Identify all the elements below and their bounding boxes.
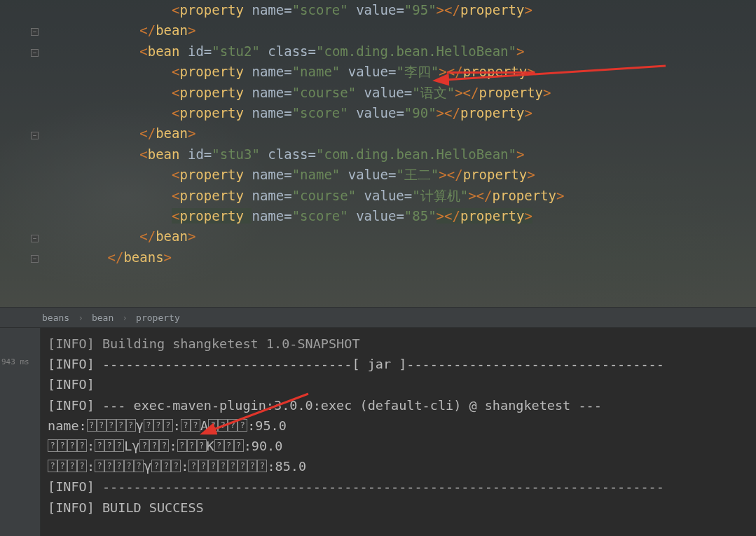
replacement-char (191, 419, 200, 432)
code-editor[interactable]: <property name="score" value="95"></prop… (0, 0, 756, 308)
console-line: :Lγ:K:90.0 (48, 436, 750, 456)
replacement-char (153, 419, 163, 432)
replacement-char (95, 439, 104, 452)
replacement-char (238, 419, 247, 432)
replacement-char (134, 460, 144, 472)
replacement-char (114, 460, 124, 472)
code-line[interactable]: <property name="score" value="90"></prop… (43, 103, 756, 123)
replacement-char (57, 439, 67, 452)
console-line: [INFO] --- exec-maven-plugin:3.0.0:exec … (48, 395, 750, 415)
replacement-char (77, 439, 87, 452)
replacement-char (208, 419, 218, 432)
console-line: [INFO] --------------------------------[… (48, 354, 750, 374)
replacement-char (151, 460, 161, 472)
build-time-label: 943 ms (1, 357, 29, 366)
console-line: name:γ:A:95.0 (48, 415, 750, 436)
replacement-char (171, 460, 181, 472)
code-line[interactable]: <bean id="stu3" class="com.ding.bean.Hel… (43, 144, 756, 165)
code-line[interactable]: <bean id="stu2" class="com.ding.bean.Hel… (43, 41, 756, 62)
fold-handle[interactable] (31, 49, 39, 57)
code-line[interactable]: </beans> (43, 247, 756, 268)
replacement-char (187, 439, 197, 452)
replacement-char (228, 419, 238, 432)
console-line: [INFO] (48, 374, 750, 394)
replacement-char (126, 419, 136, 432)
console-line: [INFO] BUILD SUCCESS (48, 497, 750, 518)
chevron-right-icon: › (122, 312, 128, 323)
breadcrumb-item[interactable]: property (136, 312, 180, 323)
fold-handle[interactable] (31, 28, 39, 36)
replacement-char (247, 460, 257, 472)
replacement-char (114, 439, 124, 452)
console-line: :γ::85.0 (48, 456, 750, 476)
fold-handle[interactable] (31, 132, 39, 139)
replacement-char (144, 419, 153, 432)
replacement-char (95, 460, 104, 472)
run-sidebar: 943 ms (0, 328, 41, 536)
code-line[interactable]: <property name="name" value="王二"></prope… (43, 165, 756, 185)
editor-gutter (0, 0, 41, 329)
replacement-char (67, 460, 77, 472)
replacement-char (104, 439, 114, 452)
replacement-char (181, 419, 191, 432)
replacement-char (77, 460, 87, 472)
replacement-char (163, 419, 173, 432)
replacement-char (228, 460, 238, 472)
code-line[interactable]: <property name="score" value="95"></prop… (43, 0, 756, 20)
replacement-char (177, 439, 187, 452)
code-line[interactable]: <property name="course" value="语文"></pro… (43, 83, 756, 103)
replacement-char (197, 439, 207, 452)
breadcrumb: beans›bean›property (0, 307, 756, 328)
replacement-char (198, 460, 208, 472)
replacement-char (139, 439, 149, 452)
replacement-char (238, 460, 247, 472)
code-line[interactable]: </bean> (43, 226, 756, 247)
replacement-char (208, 460, 218, 472)
fold-handle[interactable] (31, 235, 39, 242)
replacement-char (188, 460, 198, 472)
code-line[interactable]: </bean> (43, 20, 756, 41)
replacement-char (87, 419, 97, 432)
code-line[interactable]: <property name="name" value="李四"></prope… (43, 62, 756, 82)
replacement-char (234, 439, 244, 452)
replacement-char (106, 419, 116, 432)
replacement-char (214, 439, 224, 452)
replacement-char (48, 439, 57, 452)
replacement-char (97, 419, 106, 432)
code-line[interactable]: </bean> (43, 123, 756, 144)
replacement-char (218, 460, 228, 472)
breadcrumb-item[interactable]: beans (42, 312, 69, 323)
replacement-char (218, 419, 228, 432)
replacement-char (124, 460, 134, 472)
code-line[interactable]: <property name="course" value="计算机"></pr… (43, 186, 756, 206)
code-line[interactable]: <property name="score" value="85"></prop… (43, 206, 756, 226)
replacement-char (104, 460, 114, 472)
run-tool-window: 943 ms [INFO] Building shangketest 1.0-S… (0, 328, 756, 536)
breadcrumb-item[interactable]: bean (92, 312, 114, 323)
replacement-char (161, 460, 171, 472)
replacement-char (224, 439, 234, 452)
console-output[interactable]: [INFO] Building shangketest 1.0-SNAPSHOT… (41, 328, 756, 536)
replacement-char (159, 439, 169, 452)
replacement-char (149, 439, 159, 452)
chevron-right-icon: › (78, 312, 83, 323)
replacement-char (57, 460, 67, 472)
fold-handle[interactable] (31, 255, 39, 263)
replacement-char (257, 460, 267, 472)
replacement-char (48, 460, 57, 472)
replacement-char (67, 439, 77, 452)
replacement-char (116, 419, 126, 432)
console-line: [INFO] ---------------------------------… (48, 476, 750, 497)
console-line: [INFO] Building shangketest 1.0-SNAPSHOT (48, 334, 750, 354)
